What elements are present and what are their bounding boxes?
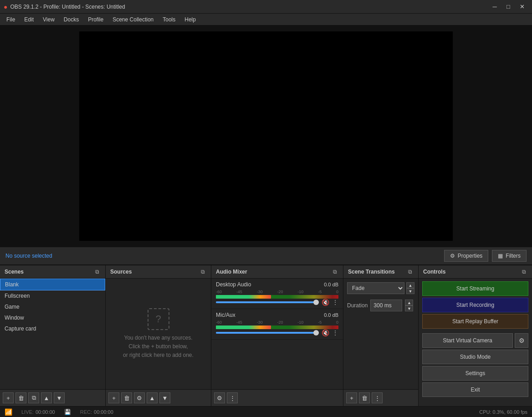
bottom-panel: Scenes ⧉ Blank Fullscreen Game Window Ca… <box>0 265 532 406</box>
menu-view[interactable]: View <box>38 14 59 25</box>
network-icon: 📶 <box>5 408 12 416</box>
menu-profile[interactable]: Profile <box>83 14 108 25</box>
start-replay-buffer-button[interactable]: Start Replay Buffer <box>422 314 528 329</box>
transition-more-button[interactable]: ⋮ <box>372 392 383 403</box>
close-button[interactable]: ✕ <box>516 2 528 12</box>
menu-scene-collection[interactable]: Scene Collection <box>108 14 158 25</box>
mic-aux-mute-button[interactable]: 🔇 <box>322 329 329 336</box>
source-add-button[interactable]: + <box>108 392 119 403</box>
mic-aux-more-button[interactable]: ⋮ <box>332 329 338 336</box>
scene-remove-button[interactable]: 🗑 <box>15 392 26 403</box>
scene-down-button[interactable]: ▼ <box>54 392 65 403</box>
transition-type-up-button[interactable]: ▲ <box>406 282 414 288</box>
transition-type-select[interactable]: Fade <box>347 282 404 294</box>
virtual-camera-settings-button[interactable]: ⚙ <box>515 333 528 348</box>
live-time: 00:00:00 <box>36 409 55 415</box>
source-toolbar: No source selected ⚙ Properties ▦ Filter… <box>0 247 532 265</box>
mic-aux-name: Mic/Aux <box>216 312 235 318</box>
audio-popout-button[interactable]: ⧉ <box>332 268 338 275</box>
settings-button[interactable]: Settings <box>422 366 528 381</box>
rec-label: REC: <box>80 409 92 415</box>
transition-add-button[interactable]: + <box>346 392 357 403</box>
filters-button[interactable]: ▦ Filters <box>492 250 527 262</box>
menu-tools[interactable]: Tools <box>158 14 180 25</box>
statusbar: 📶 LIVE: 00:00:00 💾 REC: 00:00:00 CPU: 0.… <box>0 406 532 417</box>
virtual-camera-row: Start Virtual Camera ⚙ <box>419 333 532 350</box>
mic-aux-meter <box>216 325 338 329</box>
desktop-audio-db: 0.0 dB <box>324 282 338 287</box>
transition-type-down-button[interactable]: ▼ <box>406 288 414 294</box>
duration-up-button[interactable]: ▲ <box>405 300 413 305</box>
scene-item-capture-card[interactable]: Capture card <box>0 323 105 334</box>
rec-status: REC: 00:00:00 <box>80 409 113 415</box>
scene-item-fullscreen[interactable]: Fullscreen <box>0 290 105 301</box>
preview-area <box>0 25 532 247</box>
scenes-panel-header: Scenes ⧉ <box>0 265 105 279</box>
sources-panel-footer: + 🗑 ⚙ ▲ ▼ <box>106 389 211 406</box>
transition-remove-button[interactable]: 🗑 <box>359 392 370 403</box>
duration-down-button[interactable]: ▼ <box>405 305 413 311</box>
transitions-panel-footer: + 🗑 ⋮ <box>343 389 418 406</box>
menu-edit[interactable]: Edit <box>20 14 38 25</box>
menu-docks[interactable]: Docks <box>59 14 83 25</box>
audio-mixer-panel: Audio Mixer ⧉ Desktop Audio 0.0 dB -60 -… <box>211 265 343 406</box>
mic-aux-db: 0.0 dB <box>324 312 338 318</box>
sources-panel-header-icons: ⧉ <box>200 268 206 275</box>
scene-up-button[interactable]: ▲ <box>41 392 52 403</box>
start-recording-button[interactable]: Start Recording <box>422 298 528 312</box>
source-remove-button[interactable]: 🗑 <box>121 392 132 403</box>
menu-file[interactable]: File <box>2 14 20 25</box>
cpu-status: CPU: 0.3%, 60.00 fps <box>479 409 527 415</box>
scene-copy-button[interactable]: ⧉ <box>28 392 39 403</box>
network-status: 📶 <box>5 408 12 416</box>
exit-button[interactable]: Exit <box>422 382 528 397</box>
source-settings-button[interactable]: ⚙ <box>134 392 145 403</box>
properties-button[interactable]: ⚙ Properties <box>444 250 489 262</box>
audio-more-settings-button[interactable]: ⋮ <box>227 392 238 403</box>
audio-settings-button[interactable]: ⚙ <box>214 392 225 403</box>
start-streaming-button[interactable]: Start Streaming <box>422 281 528 296</box>
menubar: File Edit View Docks Profile Scene Colle… <box>0 14 532 25</box>
no-source-label: No source selected <box>5 253 52 259</box>
minimize-button[interactable]: ─ <box>488 2 501 12</box>
scenes-popout-button[interactable]: ⧉ <box>94 268 101 275</box>
start-virtual-camera-button[interactable]: Start Virtual Camera <box>422 333 513 348</box>
scene-item-window[interactable]: Window <box>0 312 105 323</box>
obs-icon: ● <box>4 3 7 10</box>
source-up-button[interactable]: ▲ <box>147 392 158 403</box>
maximize-button[interactable]: □ <box>502 2 515 12</box>
desktop-audio-scale: -60 -45 -30 -20 -10 -5 0 <box>216 290 338 294</box>
audio-panel-header-icons: ⧉ <box>332 268 338 275</box>
desktop-audio-more-button[interactable]: ⋮ <box>332 299 338 306</box>
transition-select-row: Fade ▲ ▼ <box>343 279 418 298</box>
disk-icon-status: 💾 <box>64 409 71 415</box>
sources-panel: Sources ⧉ ? You don't have any sources. … <box>106 265 211 406</box>
mic-aux-channel: Mic/Aux 0.0 dB -60 -45 -30 -20 -10 -5 0 <box>211 309 343 340</box>
mic-aux-controls: 🔇 ⋮ <box>216 329 338 336</box>
titlebar-controls: ─ □ ✕ <box>488 2 528 12</box>
audio-panel-header: Audio Mixer ⧉ <box>211 265 343 279</box>
duration-input[interactable] <box>370 300 402 311</box>
duration-label: Duration <box>347 302 368 309</box>
sources-panel-header: Sources ⧉ <box>106 265 211 279</box>
mic-aux-slider[interactable] <box>216 332 319 334</box>
audio-panel-footer: ⚙ ⋮ <box>211 389 343 406</box>
live-label: LIVE: <box>21 409 34 415</box>
controls-panel-header-icons: ⧉ <box>521 268 527 275</box>
scene-add-button[interactable]: + <box>3 392 14 403</box>
rec-time: 00:00:00 <box>94 409 113 415</box>
sources-popout-button[interactable]: ⧉ <box>200 268 206 275</box>
desktop-audio-controls: 🔇 ⋮ <box>216 299 338 306</box>
titlebar: ● OBS 29.1.2 - Profile: Untitled - Scene… <box>0 0 532 14</box>
desktop-audio-mute-button[interactable]: 🔇 <box>322 299 329 306</box>
menu-help[interactable]: Help <box>180 14 200 25</box>
scene-item-game[interactable]: Game <box>0 301 105 312</box>
source-down-button[interactable]: ▼ <box>159 392 170 403</box>
studio-mode-button[interactable]: Studio Mode <box>422 350 528 364</box>
sources-empty-area[interactable]: ? You don't have any sources. Click the … <box>106 279 211 389</box>
controls-buttons: Start Streaming Start Recording Start Re… <box>419 279 532 333</box>
transitions-popout-button[interactable]: ⧉ <box>407 268 414 275</box>
desktop-audio-slider[interactable] <box>216 301 319 303</box>
scene-item-blank[interactable]: Blank <box>0 279 105 290</box>
controls-popout-button[interactable]: ⧉ <box>521 268 527 275</box>
